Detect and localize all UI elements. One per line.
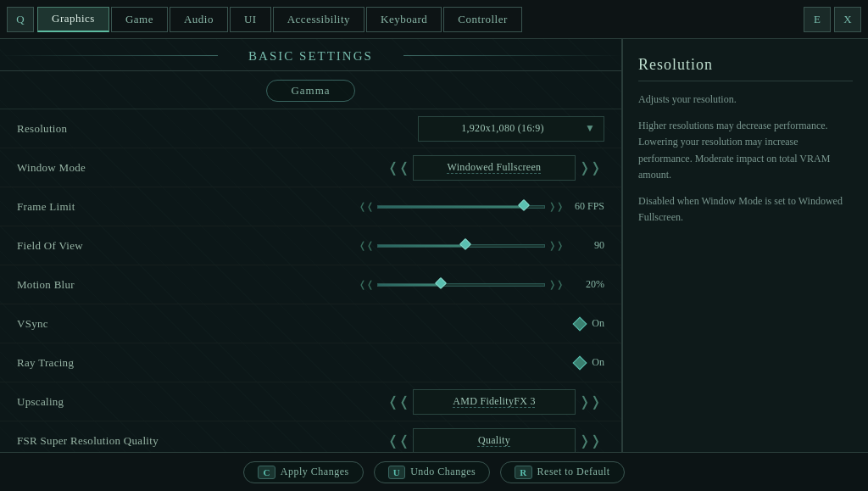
vsync-control[interactable]: On <box>186 317 604 330</box>
motion-blur-thumb[interactable] <box>435 276 447 288</box>
window-mode-arrow-select: ❬❬ Windowed Fullscreen ❭❭ <box>384 155 604 181</box>
ray-tracing-toggle[interactable]: On <box>537 356 604 369</box>
upscaling-prev-button[interactable]: ❬❬ <box>384 393 413 410</box>
tab-accessibility[interactable]: Accessibility <box>273 7 364 32</box>
motion-blur-value: 20% <box>570 278 604 291</box>
upscaling-next-button[interactable]: ❭❭ <box>576 393 604 410</box>
vsync-diamond-icon <box>573 316 587 331</box>
frame-limit-left-arrows: ❬❬ <box>359 201 374 212</box>
setting-row-resolution: Resolution 1,920x1,080 (16:9) ▼ <box>0 109 621 148</box>
motion-blur-control: ❬❬ ❭❭ 20% <box>186 278 604 291</box>
motion-blur-right-arrows: ❭❭ <box>548 279 564 290</box>
fov-control: ❬❬ ❭❭ 90 <box>186 239 604 252</box>
top-navigation: Q Graphics Game Audio UI Accessibility K… <box>0 0 868 39</box>
tab-controller[interactable]: Controller <box>443 7 521 32</box>
upscaling-value: AMD FidelityFX 3 <box>413 389 576 415</box>
window-mode-control: ❬❬ Windowed Fullscreen ❭❭ <box>186 155 604 181</box>
fov-label: Field Of View <box>17 239 186 253</box>
info-panel: Resolution Adjusts your resolution. High… <box>622 39 868 452</box>
left-panel: Basic Settings Gamma Resolution 1,920x1,… <box>0 39 622 452</box>
fov-fill <box>378 245 461 247</box>
ray-tracing-control[interactable]: On <box>186 356 604 369</box>
ray-tracing-diamond-icon <box>573 355 587 370</box>
fsr-quality-control: ❬❬ Quality ❭❭ <box>186 428 604 453</box>
frame-limit-slider[interactable]: ❬❬ ❭❭ 60 FPS <box>359 200 604 213</box>
apply-key: C <box>258 466 275 479</box>
fov-track <box>377 244 545 248</box>
resolution-value: 1,920x1,080 (16:9) <box>427 122 578 135</box>
upscaling-label: Upscaling <box>17 395 186 409</box>
motion-blur-left-arrows: ❬❬ <box>359 279 374 290</box>
q-button[interactable]: Q <box>7 7 34 32</box>
setting-row-vsync: VSync On <box>0 304 621 343</box>
ray-tracing-value: On <box>592 356 604 369</box>
vsync-value: On <box>592 317 604 330</box>
motion-blur-slider[interactable]: ❬❬ ❭❭ 20% <box>359 278 604 291</box>
resolution-dropdown[interactable]: 1,920x1,080 (16:9) ▼ <box>418 116 604 142</box>
frame-limit-value: 60 FPS <box>570 200 604 213</box>
main-content: Basic Settings Gamma Resolution 1,920x1,… <box>0 39 868 452</box>
fsr-quality-next-button[interactable]: ❭❭ <box>576 432 604 449</box>
resolution-label: Resolution <box>17 122 186 136</box>
info-paragraph-3: Disabled when Window Mode is set to Wind… <box>638 193 853 226</box>
fsr-quality-arrow-select: ❬❬ Quality ❭❭ <box>384 428 604 453</box>
setting-row-upscaling: Upscaling ❬❬ AMD FidelityFX 3 ❭❭ <box>0 382 621 421</box>
upscaling-control: ❬❬ AMD FidelityFX 3 ❭❭ <box>186 389 604 415</box>
fsr-quality-label: FSR Super Resolution Quality <box>17 434 186 448</box>
undo-key: U <box>388 466 405 479</box>
settings-scroll[interactable]: Resolution 1,920x1,080 (16:9) ▼ Window M… <box>0 109 621 452</box>
setting-row-ray-tracing: Ray Tracing On <box>0 343 621 382</box>
apply-changes-button[interactable]: C Apply Changes <box>243 461 363 483</box>
upscaling-arrow-select: ❬❬ AMD FidelityFX 3 ❭❭ <box>384 389 604 415</box>
frame-limit-right-arrows: ❭❭ <box>548 201 564 212</box>
setting-row-motion-blur: Motion Blur ❬❬ ❭❭ 20% <box>0 265 621 304</box>
dropdown-arrow-icon: ▼ <box>585 122 595 135</box>
info-title: Resolution <box>638 56 853 81</box>
window-mode-value: Windowed Fullscreen <box>413 155 576 181</box>
setting-row-frame-limit: Frame Limit ❬❬ ❭❭ 60 FPS <box>0 187 621 226</box>
apply-label: Apply Changes <box>281 466 349 478</box>
tab-game[interactable]: Game <box>111 7 168 32</box>
ray-tracing-label: Ray Tracing <box>17 356 186 370</box>
bottom-bar: C Apply Changes U Undo Changes R Reset t… <box>0 452 868 491</box>
reset-key: R <box>515 466 531 479</box>
reset-label: Reset to Default <box>537 466 610 478</box>
fov-thumb[interactable] <box>459 237 471 249</box>
fov-right-arrows: ❭❭ <box>548 240 564 251</box>
resolution-control: 1,920x1,080 (16:9) ▼ <box>186 116 604 142</box>
x-button[interactable]: X <box>834 7 861 32</box>
tab-graphics[interactable]: Graphics <box>37 7 109 32</box>
frame-limit-thumb[interactable] <box>518 198 530 210</box>
reset-to-default-button[interactable]: R Reset to Default <box>500 461 624 483</box>
motion-blur-label: Motion Blur <box>17 278 186 292</box>
setting-row-fsr-quality: FSR Super Resolution Quality ❬❬ Quality … <box>0 421 621 452</box>
tab-audio[interactable]: Audio <box>170 7 228 32</box>
vsync-label: VSync <box>17 317 186 331</box>
window-mode-prev-button[interactable]: ❬❬ <box>384 159 413 176</box>
undo-changes-button[interactable]: U Undo Changes <box>374 461 490 483</box>
setting-row-fov: Field Of View ❬❬ ❭❭ 90 <box>0 226 621 265</box>
fov-slider[interactable]: ❬❬ ❭❭ 90 <box>359 239 604 252</box>
info-paragraph-2: Higher resolutions may decrease performa… <box>638 118 853 183</box>
frame-limit-control: ❬❬ ❭❭ 60 FPS <box>186 200 604 213</box>
vsync-toggle[interactable]: On <box>537 317 604 330</box>
window-mode-label: Window Mode <box>17 161 186 175</box>
fov-left-arrows: ❬❬ <box>359 240 374 251</box>
info-text: Adjusts your resolution. Higher resoluti… <box>638 92 853 226</box>
fsr-quality-value: Quality <box>413 428 576 453</box>
tab-keyboard[interactable]: Keyboard <box>366 7 442 32</box>
section-header: Basic Settings <box>0 39 621 71</box>
fov-value: 90 <box>570 239 604 252</box>
fsr-quality-prev-button[interactable]: ❬❬ <box>384 432 413 449</box>
tab-ui[interactable]: UI <box>230 7 271 32</box>
motion-blur-track <box>377 283 545 287</box>
e-button[interactable]: E <box>804 7 831 32</box>
info-paragraph-1: Adjusts your resolution. <box>638 92 853 108</box>
window-mode-next-button[interactable]: ❭❭ <box>576 159 604 176</box>
frame-limit-track <box>377 205 545 209</box>
frame-limit-fill <box>378 206 520 208</box>
frame-limit-label: Frame Limit <box>17 200 186 214</box>
setting-row-window-mode: Window Mode ❬❬ Windowed Fullscreen ❭❭ <box>0 148 621 187</box>
motion-blur-fill <box>378 284 437 286</box>
undo-label: Undo Changes <box>410 466 476 478</box>
